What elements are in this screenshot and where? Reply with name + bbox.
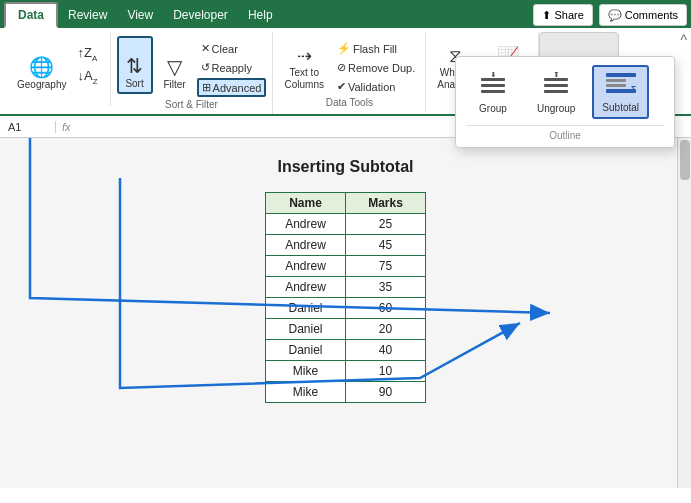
reapply-icon: ↺ — [201, 61, 210, 74]
share-icon: ⬆ — [542, 9, 551, 22]
group-popup-button[interactable]: ⬇ Group — [466, 67, 520, 119]
remove-dup-icon: ⊘ — [337, 61, 346, 74]
header-marks: Marks — [346, 193, 426, 214]
cell-reference: A1 — [8, 121, 56, 133]
spreadsheet-title: Inserting Subtotal — [278, 158, 414, 176]
tab-data[interactable]: Data — [4, 2, 58, 28]
group-sort-filter: ⇅ Sort ▽ Filter ✕ Clear ↺ Reapply — [111, 32, 274, 114]
tab-help[interactable]: Help — [238, 2, 283, 28]
svg-rect-10 — [606, 84, 626, 87]
popup-divider — [466, 125, 664, 126]
geography-button[interactable]: 🌐 Geography — [12, 36, 71, 94]
flash-fill-icon: ⚡ — [337, 42, 351, 55]
data-validation-button[interactable]: ✔ Validation — [333, 78, 419, 95]
share-button[interactable]: ⬆ Share — [533, 4, 592, 26]
sort-za-button[interactable]: ↓AZ — [73, 66, 103, 88]
popup-section-label: Outline — [466, 130, 664, 141]
sort-filter-buttons: ⇅ Sort ▽ Filter ✕ Clear ↺ Reapply — [117, 32, 267, 97]
flash-fill-button[interactable]: ⚡ Flash Fill — [333, 40, 419, 57]
geography-icon: 🌐 — [29, 57, 54, 77]
comments-button[interactable]: 💬 Comments — [599, 4, 687, 26]
table-row: Mike90 — [266, 382, 426, 403]
table-row: Andrew75 — [266, 256, 426, 277]
svg-rect-9 — [606, 79, 626, 82]
text-to-columns-button[interactable]: ⇢ Text to Columns — [279, 36, 328, 94]
advanced-icon: ⊞ — [202, 81, 211, 94]
sort-filter-label: Sort & Filter — [117, 99, 267, 110]
sort-az-icon: ↑ZA — [77, 45, 97, 63]
comments-icon: 💬 — [608, 9, 622, 22]
ungroup-popup-button[interactable]: ⬆ Ungroup — [528, 67, 584, 119]
clear-icon: ✕ — [201, 42, 210, 55]
outline-popup-row: ⬇ Group ⬆ Ungroup — [466, 65, 664, 119]
filter-icon: ▽ — [167, 57, 182, 77]
collapse-ribbon-button[interactable]: ^ — [680, 32, 687, 48]
scrollbar-thumb[interactable] — [680, 140, 690, 180]
sort-az-button[interactable]: ↑ZA — [73, 43, 103, 65]
advanced-button[interactable]: ⊞ Advanced — [197, 78, 267, 97]
table-row: Daniel40 — [266, 340, 426, 361]
reapply-button[interactable]: ↺ Reapply — [197, 59, 267, 76]
svg-rect-6 — [544, 90, 568, 93]
main-content: Inserting Subtotal Name Marks Andrew25An… — [0, 138, 691, 488]
sort-icon: ⇅ — [126, 56, 143, 76]
table-row: Mike10 — [266, 361, 426, 382]
group-getdata: 🌐 Geography ↑ZA ↓AZ — [6, 32, 111, 106]
ribbon-tabs: Data Review View Developer Help ⬆ Share … — [0, 0, 691, 28]
remove-dup-button[interactable]: ⊘ Remove Dup. — [333, 59, 419, 76]
subtotal-popup-icon: Σ — [605, 71, 637, 99]
header-name: Name — [266, 193, 346, 214]
svg-rect-1 — [481, 84, 505, 87]
data-tools-buttons: ⇢ Text to Columns ⚡ Flash Fill ⊘ Remove … — [279, 32, 419, 95]
table-row: Andrew45 — [266, 235, 426, 256]
svg-rect-5 — [544, 84, 568, 87]
scrollbar[interactable] — [677, 138, 691, 488]
table-row: Andrew35 — [266, 277, 426, 298]
sheet-area: Inserting Subtotal Name Marks Andrew25An… — [0, 138, 691, 488]
svg-text:Σ: Σ — [631, 84, 637, 94]
svg-text:⬇: ⬇ — [490, 72, 497, 79]
fx-label: fx — [62, 121, 71, 133]
table-row: Andrew25 — [266, 214, 426, 235]
data-table: Name Marks Andrew25Andrew45Andrew75Andre… — [265, 192, 426, 403]
filter-button[interactable]: ▽ Filter — [157, 36, 193, 94]
svg-text:⬆: ⬆ — [553, 72, 560, 79]
group-data-tools: ⇢ Text to Columns ⚡ Flash Fill ⊘ Remove … — [273, 32, 426, 112]
subtotal-popup-button[interactable]: Σ Subtotal — [592, 65, 649, 119]
validation-icon: ✔ — [337, 80, 346, 93]
sort-za-icon: ↓AZ — [77, 68, 97, 86]
svg-rect-8 — [606, 73, 636, 77]
ungroup-popup-icon: ⬆ — [542, 72, 570, 100]
svg-rect-2 — [481, 90, 505, 93]
getdata-buttons: 🌐 Geography ↑ZA ↓AZ — [12, 32, 104, 100]
tab-review[interactable]: Review — [58, 2, 117, 28]
tab-developer[interactable]: Developer — [163, 2, 238, 28]
tab-view[interactable]: View — [117, 2, 163, 28]
table-row: Daniel20 — [266, 319, 426, 340]
text-to-columns-icon: ⇢ — [297, 47, 312, 65]
table-row: Daniel60 — [266, 298, 426, 319]
clear-button[interactable]: ✕ Clear — [197, 40, 267, 57]
outline-popup: ⬇ Group ⬆ Ungroup — [455, 56, 675, 148]
group-popup-icon: ⬇ — [479, 72, 507, 100]
data-tools-label: Data Tools — [279, 97, 419, 108]
sort-button[interactable]: ⇅ Sort — [117, 36, 153, 94]
